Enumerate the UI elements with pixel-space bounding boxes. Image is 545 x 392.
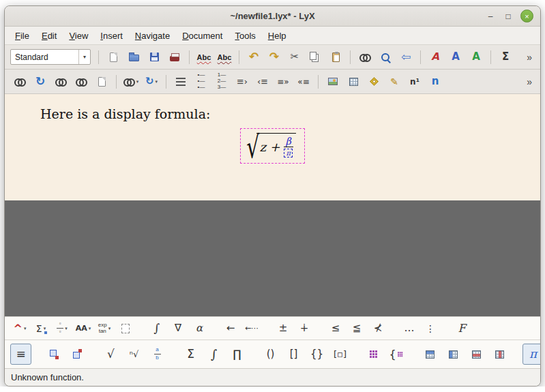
vdots-button[interactable]: ⋮ [421, 320, 440, 337]
update-master-button[interactable] [72, 73, 91, 91]
fraction-denominator-placeholder[interactable]: π [284, 149, 293, 157]
redo-button[interactable]: ↷ [265, 48, 284, 66]
insert-table-button[interactable] [344, 73, 363, 91]
parentheses-button[interactable]: () [260, 344, 281, 365]
list-depth-decrease-button[interactable]: ‹≡ [253, 73, 272, 91]
list-depth-increase-button[interactable]: ≡› [233, 73, 252, 91]
view-document-button[interactable] [10, 73, 29, 91]
menu-document[interactable]: Document [176, 28, 229, 44]
integral-button-2[interactable]: ∫ [203, 344, 224, 365]
save-document-button[interactable] [145, 48, 164, 66]
sqrt-button[interactable]: √ [100, 344, 121, 365]
thesaurus-button[interactable]: Abc [215, 48, 234, 66]
braces-button[interactable]: {} [306, 344, 327, 365]
find-replace-button[interactable] [355, 48, 374, 66]
cases-button[interactable]: { [386, 344, 407, 365]
delete-matrix-column-button[interactable] [489, 344, 510, 365]
fractions-button[interactable]: ▫▫▾ [53, 320, 72, 337]
update-other-formats-button[interactable]: ↻▾ [142, 73, 161, 91]
insert-graphics-button[interactable] [323, 73, 342, 91]
grid-icon [349, 78, 358, 86]
arrow-dots-button[interactable]: ←⋯ [242, 320, 261, 337]
menu-file[interactable]: File [9, 28, 35, 44]
delete-matrix-row-button[interactable] [466, 344, 487, 365]
enumerate-button[interactable]: 1—2—3— [212, 73, 231, 91]
menu-edit[interactable]: Edit [35, 28, 63, 44]
insert-nomenclature-button[interactable]: n [426, 73, 445, 91]
fraction-numerator[interactable]: β [284, 136, 293, 147]
document-canvas[interactable]: Here is a display formula: √ z + β π [5, 94, 540, 200]
math-expression[interactable]: z + [259, 140, 280, 154]
sum-button[interactable]: Σ [180, 344, 201, 365]
delimiters-button[interactable]: [▫] [329, 344, 351, 365]
functions-button[interactable]: exptan▾ [95, 320, 114, 337]
nth-root-button[interactable]: ⁿ√ [123, 344, 145, 365]
superscript-button[interactable] [67, 344, 88, 365]
decrease-indent-button[interactable]: «≡ [294, 73, 313, 91]
add-matrix-row-button[interactable] [419, 344, 441, 365]
copy-button[interactable] [306, 48, 325, 66]
increase-indent-button[interactable]: ≡» [274, 73, 293, 91]
insert-label-button[interactable] [364, 73, 383, 91]
not-prec-button[interactable]: ⊀ [368, 320, 387, 337]
math-macro-button[interactable] [116, 320, 135, 337]
toolbar1-overflow-button[interactable]: » [524, 52, 535, 63]
subscript-button[interactable] [44, 344, 65, 365]
fraction-button[interactable]: ab [147, 344, 168, 365]
paragraph-settings-button[interactable] [171, 73, 190, 91]
emphasis-button[interactable]: A [426, 48, 445, 66]
update-view-button[interactable]: ↻ [31, 73, 50, 91]
brackets-button[interactable]: [] [283, 344, 304, 365]
add-matrix-column-button[interactable] [443, 344, 464, 365]
navigate-back-button[interactable]: ⇦ [396, 48, 415, 66]
display-formula-toggle[interactable]: ≡ [10, 344, 31, 365]
greek-alpha-button[interactable]: α [190, 320, 209, 337]
check-spelling-button[interactable]: Abc [194, 48, 213, 66]
view-other-formats-button[interactable]: ▾ [121, 73, 141, 91]
minimize-button[interactable]: – [485, 12, 496, 21]
undo-button[interactable]: ↶ [244, 48, 263, 66]
itemize-button[interactable]: •—•—•— [192, 73, 211, 91]
open-document-button[interactable] [124, 48, 143, 66]
dots-button[interactable]: … [400, 320, 419, 337]
new-document-button[interactable] [104, 48, 123, 66]
toolbar2-overflow-button[interactable]: » [524, 76, 535, 87]
menu-navigate[interactable]: Navigate [129, 28, 176, 44]
math-fonts-button[interactable]: AA▾ [74, 320, 93, 337]
math-symbols-toggle[interactable]: π [522, 344, 540, 365]
view-master-button[interactable] [51, 73, 70, 91]
leq-button[interactable]: ≤ [326, 320, 345, 337]
maximize-button[interactable]: □ [503, 12, 514, 21]
big-operators-button[interactable]: Σ▾ [31, 320, 50, 337]
menu-tools[interactable]: Tools [229, 28, 261, 44]
paragraph-style-combo[interactable]: Standard▾ [10, 49, 91, 65]
matrix-button[interactable] [363, 344, 384, 365]
noun-button[interactable]: A [446, 48, 465, 66]
math-inset[interactable]: √ z + β π [240, 128, 304, 164]
math-decorations-button[interactable]: ^▾ [10, 320, 29, 337]
dot-plus-button[interactable]: ∔ [295, 320, 314, 337]
document-text[interactable]: Here is a display formula: [40, 106, 540, 121]
leqq-button[interactable]: ≦ [347, 320, 366, 337]
cut-button[interactable]: ✂ [285, 48, 304, 66]
math-fonts-icon: AA [76, 325, 87, 332]
find-button[interactable] [376, 48, 395, 66]
menu-view[interactable]: View [63, 28, 94, 44]
view-source-button[interactable] [92, 73, 111, 91]
print-document-button[interactable] [165, 48, 184, 66]
titlebar[interactable]: ~/newfile1.lyx* - LyX – □ × [5, 6, 540, 27]
integral-button[interactable]: ∫ [147, 320, 166, 337]
insert-footnote-button[interactable]: n¹ [405, 73, 424, 91]
close-button[interactable]: × [520, 10, 533, 22]
apply-style-button[interactable]: A [467, 48, 486, 66]
menu-help[interactable]: Help [262, 28, 293, 44]
insert-math-button[interactable]: Σ [496, 48, 515, 66]
menu-insert[interactable]: Insert [94, 28, 129, 44]
arrow-left-button[interactable]: ← [221, 320, 240, 337]
insert-note-button[interactable]: ✎ [385, 73, 404, 91]
mathcal-f-button[interactable]: F [452, 320, 471, 337]
nabla-button[interactable]: ∇ [168, 320, 188, 337]
paste-button[interactable] [326, 48, 345, 66]
product-button[interactable]: ∏ [226, 344, 248, 365]
plus-minus-button[interactable]: ± [274, 320, 293, 337]
